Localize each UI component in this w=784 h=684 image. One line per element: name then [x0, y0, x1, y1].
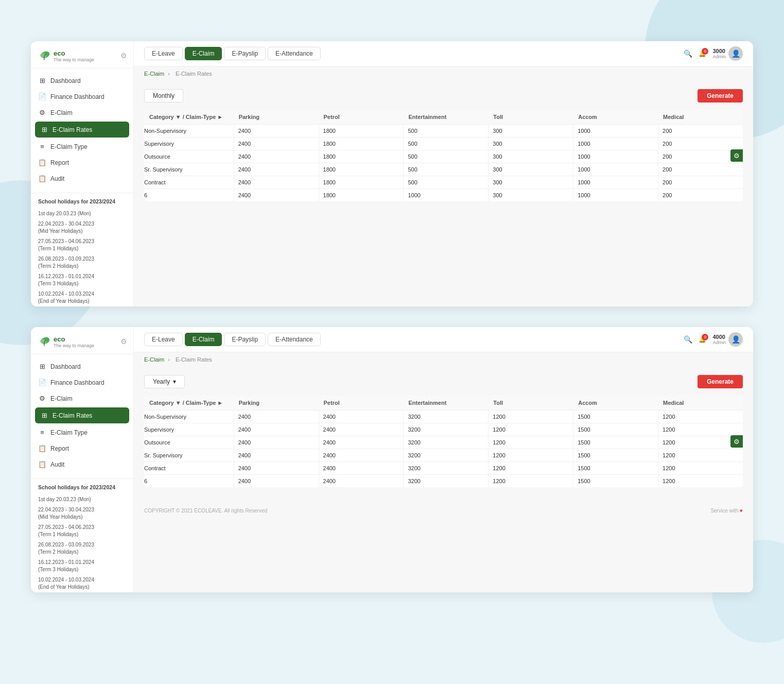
monthly-input-3-5[interactable] [658, 163, 743, 176]
tab-epayslip-top[interactable]: E-Payslip [224, 47, 266, 60]
nav-finance-b[interactable]: 📄 Finance Dashboard [31, 374, 133, 390]
nav-eclaim-rates-b[interactable]: ⊞ E-Claim Rates [35, 407, 129, 423]
monthly-input-3-0[interactable] [234, 163, 319, 176]
monthly-input-2-0[interactable] [234, 150, 319, 163]
nav-report[interactable]: 📋 Report [31, 155, 133, 170]
notification-bell[interactable]: 🔔 0 [699, 50, 706, 57]
monthly-input-1-5[interactable] [658, 138, 743, 150]
monthly-input-1-2[interactable] [403, 138, 488, 150]
yearly-input-5-0[interactable] [234, 475, 319, 487]
monthly-input-1-3[interactable] [488, 138, 573, 150]
yearly-input-4-4[interactable] [573, 462, 658, 474]
yearly-input-3-3[interactable] [488, 449, 573, 461]
float-gear-monthly[interactable]: ⚙ [730, 149, 743, 162]
yearly-input-5-4[interactable] [573, 475, 658, 487]
monthly-input-4-1[interactable] [319, 176, 404, 189]
monthly-input-5-1[interactable] [319, 189, 404, 201]
yearly-input-1-0[interactable] [234, 423, 319, 436]
monthly-input-1-1[interactable] [319, 138, 404, 150]
monthly-input-2-4[interactable] [573, 150, 658, 163]
tab-eleave-top[interactable]: E-Leave [144, 47, 183, 60]
yearly-input-1-1[interactable] [319, 423, 404, 436]
monthly-input-0-0[interactable] [234, 125, 319, 137]
nav-report-b[interactable]: 📋 Report [31, 440, 133, 456]
nav-eclaim-type-b[interactable]: ≡ E-Claim Type [31, 424, 133, 440]
monthly-input-5-5[interactable] [658, 189, 743, 201]
nav-eclaim-b[interactable]: ⚙ E-Claim [31, 390, 133, 406]
yearly-input-2-2[interactable] [403, 436, 488, 449]
user-info-top[interactable]: 3000 Admin 👤 [712, 46, 743, 61]
sidebar-settings-icon[interactable]: ⚙ [120, 52, 127, 60]
sidebar-settings-icon-bottom[interactable]: ⚙ [120, 337, 127, 346]
yearly-input-3-5[interactable] [658, 449, 743, 461]
yearly-input-3-1[interactable] [319, 449, 404, 461]
yearly-input-4-5[interactable] [658, 462, 743, 474]
yearly-input-1-4[interactable] [573, 423, 658, 436]
period-monthly-btn[interactable]: Monthly [144, 89, 183, 102]
period-yearly-btn[interactable]: Yearly ▾ [144, 375, 185, 388]
yearly-input-0-5[interactable] [658, 411, 743, 423]
monthly-input-0-5[interactable] [658, 125, 743, 137]
monthly-input-0-4[interactable] [573, 125, 658, 137]
monthly-input-5-2[interactable] [403, 189, 488, 201]
yearly-input-2-4[interactable] [573, 436, 658, 449]
yearly-input-0-3[interactable] [488, 411, 573, 423]
nav-audit[interactable]: 📋 Audit [31, 170, 133, 186]
tab-eattendance-top[interactable]: E-Attendance [268, 47, 321, 60]
yearly-input-3-2[interactable] [403, 449, 488, 461]
yearly-input-1-2[interactable] [403, 423, 488, 436]
monthly-input-0-2[interactable] [403, 125, 488, 137]
yearly-input-4-2[interactable] [403, 462, 488, 474]
nav-eclaim-type[interactable]: ≡ E-Claim Type [31, 139, 133, 155]
yearly-input-1-5[interactable] [658, 423, 743, 436]
yearly-input-5-1[interactable] [319, 475, 404, 487]
monthly-input-2-2[interactable] [403, 150, 488, 163]
tab-eclaim-top[interactable]: E-Claim [185, 47, 222, 60]
monthly-input-5-4[interactable] [573, 189, 658, 201]
tab-eleave-b[interactable]: E-Leave [144, 333, 183, 346]
tab-eattendance-b[interactable]: E-Attendance [268, 333, 321, 346]
search-icon-b[interactable]: 🔍 [684, 335, 692, 344]
yearly-input-2-3[interactable] [488, 436, 573, 449]
monthly-input-3-4[interactable] [573, 163, 658, 176]
generate-monthly-btn[interactable]: Generate [698, 89, 743, 102]
breadcrumb-link-top[interactable]: E-Claim [144, 71, 164, 77]
notification-bell-b[interactable]: 🔔 0 [699, 336, 706, 343]
monthly-input-2-1[interactable] [319, 150, 404, 163]
monthly-input-5-3[interactable] [488, 189, 573, 201]
tab-eclaim-b[interactable]: E-Claim [185, 333, 222, 346]
yearly-input-1-3[interactable] [488, 423, 573, 436]
yearly-input-0-1[interactable] [319, 411, 404, 423]
tab-epayslip-b[interactable]: E-Payslip [224, 333, 266, 346]
yearly-input-4-3[interactable] [488, 462, 573, 474]
monthly-input-3-3[interactable] [488, 163, 573, 176]
yearly-input-5-2[interactable] [403, 475, 488, 487]
generate-yearly-btn[interactable]: Generate [698, 375, 743, 388]
float-gear-yearly[interactable]: ⚙ [730, 435, 743, 448]
yearly-input-4-1[interactable] [319, 462, 404, 474]
monthly-input-0-1[interactable] [319, 125, 404, 137]
yearly-input-5-5[interactable] [658, 475, 743, 487]
monthly-input-0-3[interactable] [488, 125, 573, 137]
search-icon[interactable]: 🔍 [684, 49, 692, 58]
monthly-input-4-0[interactable] [234, 176, 319, 189]
monthly-input-3-2[interactable] [403, 163, 488, 176]
monthly-input-4-4[interactable] [573, 176, 658, 189]
monthly-input-1-0[interactable] [234, 138, 319, 150]
monthly-input-5-0[interactable] [234, 189, 319, 201]
monthly-input-2-3[interactable] [488, 150, 573, 163]
user-info-b[interactable]: 4000 Admin 👤 [712, 332, 743, 347]
monthly-input-4-3[interactable] [488, 176, 573, 189]
yearly-input-0-4[interactable] [573, 411, 658, 423]
nav-eclaim-rates[interactable]: ⊞ E-Claim Rates [35, 122, 129, 138]
nav-dashboard-b[interactable]: ⊞ Dashboard [31, 358, 133, 374]
breadcrumb-link-b[interactable]: E-Claim [144, 356, 164, 363]
nav-audit-b[interactable]: 📋 Audit [31, 456, 133, 472]
nav-eclaim[interactable]: ⚙ E-Claim [31, 105, 133, 121]
nav-finance-dashboard[interactable]: 📄 Finance Dashboard [31, 89, 133, 105]
yearly-input-0-0[interactable] [234, 411, 319, 423]
monthly-input-4-2[interactable] [403, 176, 488, 189]
yearly-input-2-1[interactable] [319, 436, 404, 449]
monthly-input-4-5[interactable] [658, 176, 743, 189]
monthly-input-1-4[interactable] [573, 138, 658, 150]
